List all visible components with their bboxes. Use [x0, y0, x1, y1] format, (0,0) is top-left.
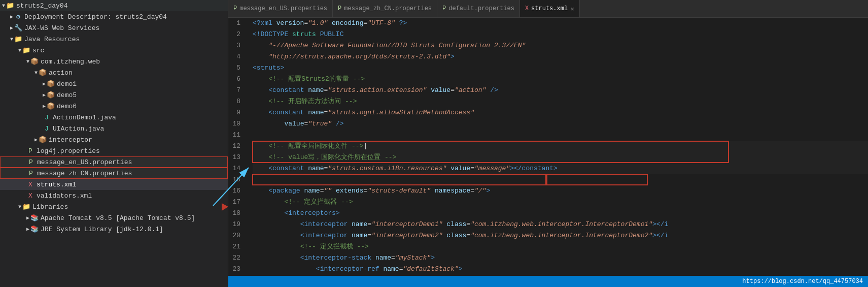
arrow-demo5[interactable]: ▶: [43, 92, 46, 98]
code-line-9: <constant name="struts.ognl.allowStaticM…: [253, 107, 868, 118]
line-number-21: 21: [228, 241, 245, 252]
line-number-15: 15: [228, 174, 245, 185]
line-number-13: 13: [228, 152, 245, 163]
icon-com_itzheng_web: 📦: [30, 57, 39, 66]
arrow-jre[interactable]: ▶: [26, 226, 29, 232]
icon-log4j: P: [26, 147, 34, 155]
code-line-2: <!DOCTYPE struts PUBLIC: [253, 29, 868, 40]
line-number-17: 17: [228, 197, 245, 208]
arrow-action_pkg[interactable]: ▼: [34, 70, 38, 76]
tree-item-java_resources[interactable]: ▼📁Java Resources: [0, 34, 228, 45]
label-jre: JRE System Library [jdk-12.0.1]: [41, 226, 163, 233]
tree-item-jaxws[interactable]: ▶🔧JAX-WS Web Services: [0, 22, 228, 34]
tree-item-action_pkg[interactable]: ▼📦action: [0, 67, 228, 78]
arrow-struts2_day04[interactable]: ▼: [2, 3, 5, 9]
label-validators: validators.xml: [37, 192, 92, 200]
arrow-deployment[interactable]: ▶: [10, 14, 13, 20]
icon-interceptor: 📦: [39, 136, 47, 144]
icon-message_zh: P: [27, 169, 35, 177]
icon-action_pkg: 📦: [39, 69, 47, 77]
label-java_resources: Java Resources: [24, 36, 80, 43]
tree-item-message_en[interactable]: Pmessage_en_US.properties: [0, 156, 228, 168]
tab-icon-tab2: P: [338, 5, 341, 12]
line-number-16: 16: [228, 185, 245, 197]
line-number-22: 22: [228, 252, 245, 264]
code-line-14: <constant name="struts.custom.i18n.resou…: [253, 163, 868, 174]
tree-item-demo6[interactable]: ▶📦demo6: [0, 101, 228, 112]
line-number-12: 12: [228, 141, 245, 152]
code-line-8: <!-- 开启静态方法访问 -->: [253, 96, 868, 107]
label-com_itzheng_web: com.itzheng.web: [41, 58, 100, 66]
arrow-com_itzheng_web[interactable]: ▼: [26, 59, 29, 65]
code-line-19: <interceptor name="interceptorDemo1" cla…: [253, 219, 868, 230]
tab-bar: Pmessage_en_US.propertiesPmessage_zh_CN.…: [228, 0, 868, 18]
tree-item-com_itzheng_web[interactable]: ▼📦com.itzheng.web: [0, 56, 228, 67]
arrow-java_resources[interactable]: ▼: [10, 37, 13, 42]
tree-item-struts_xml[interactable]: Xstruts.xml: [0, 179, 228, 190]
tab-label-tab3: default.properties: [448, 5, 514, 12]
line-numbers: 1234567891011121314151617181920212223: [228, 18, 249, 276]
line-number-14: 14: [228, 163, 245, 174]
tab-tab2[interactable]: Pmessage_zh_CN.properties: [333, 0, 437, 17]
icon-deployment: ⚙: [14, 13, 22, 21]
icon-java_resources: 📁: [14, 35, 22, 43]
icon-message_en: P: [27, 158, 35, 166]
code-line-12: <!-- 配置全局国际化文件 -->|: [253, 141, 868, 152]
tree-item-jre[interactable]: ▶📚JRE System Library [jdk-12.0.1]: [0, 224, 228, 235]
line-number-2: 2: [228, 29, 245, 40]
code-line-7: <constant name="struts.action.extension"…: [253, 85, 868, 96]
label-actiondemo1: ActionDemo1.java: [53, 114, 116, 121]
tree-item-validators[interactable]: Xvalidators.xml: [0, 190, 228, 201]
code-area: 1234567891011121314151617181920212223 <?…: [228, 18, 868, 276]
line-number-9: 9: [228, 107, 245, 118]
tree-item-uiaction[interactable]: JUIAction.java: [0, 123, 228, 134]
label-struts2_day04: struts2_day04: [16, 2, 67, 10]
arrow-src[interactable]: ▼: [18, 48, 21, 53]
tree-item-deployment[interactable]: ▶⚙Deployment Descriptor: struts2_day04: [0, 11, 228, 22]
code-line-16: <package name="" extends="struts-default…: [253, 185, 868, 197]
line-number-11: 11: [228, 130, 245, 141]
icon-tomcat: 📚: [30, 214, 39, 222]
code-line-4: "http://struts.apache.org/dtds/struts-2.…: [253, 51, 868, 62]
tree-item-actiondemo1[interactable]: JActionDemo1.java: [0, 112, 228, 123]
arrow-demo1[interactable]: ▶: [43, 81, 46, 87]
label-tomcat: Apache Tomcat v8.5 [Apache Tomcat v8.5]: [41, 214, 195, 222]
tree-item-demo1[interactable]: ▶📦demo1: [0, 78, 228, 89]
label-action_pkg: action: [49, 69, 73, 77]
line-number-20: 20: [228, 230, 245, 241]
label-demo6: demo6: [57, 103, 77, 110]
arrow-demo6[interactable]: ▶: [43, 103, 46, 109]
tree-item-message_zh[interactable]: Pmessage_zh_CN.properties: [0, 168, 228, 179]
tree-item-struts2_day04[interactable]: ▼📁struts2_day04: [0, 0, 228, 11]
line-number-19: 19: [228, 219, 245, 230]
arrow-interceptor[interactable]: ▶: [34, 137, 38, 143]
arrow-tomcat[interactable]: ▶: [26, 215, 29, 221]
code-line-13: <!-- value写，国际化文件所在位置 -->: [253, 152, 868, 163]
code-line-21: <!-- 定义拦截栈 -->: [253, 241, 868, 252]
icon-struts2_day04: 📁: [6, 2, 14, 10]
line-number-8: 8: [228, 96, 245, 107]
tree-item-log4j[interactable]: Plog4j.properties: [0, 145, 228, 156]
icon-jaxws: 🔧: [14, 24, 22, 32]
tab-icon-tab1: P: [233, 5, 237, 12]
line-number-10: 10: [228, 118, 245, 130]
code-line-15: [253, 174, 868, 185]
arrow-jaxws[interactable]: ▶: [10, 25, 13, 31]
status-url: https://blog.csdn.net/qq_44757034: [742, 278, 863, 285]
code-line-17: <!-- 定义拦截器 -->: [253, 197, 868, 208]
code-line-10: value="true" />: [253, 118, 868, 130]
line-number-4: 4: [228, 51, 245, 62]
tree-item-src[interactable]: ▼📁src: [0, 45, 228, 56]
tree-item-demo5[interactable]: ▶📦demo5: [0, 89, 228, 101]
tab-tab3[interactable]: Pdefault.properties: [437, 0, 520, 17]
tree-item-libraries[interactable]: ▼📁Libraries: [0, 201, 228, 212]
tree-item-tomcat[interactable]: ▶📚Apache Tomcat v8.5 [Apache Tomcat v8.5…: [0, 212, 228, 224]
arrow-libraries[interactable]: ▼: [18, 204, 21, 210]
tab-close-tab4[interactable]: ✕: [571, 6, 574, 12]
code-line-11: [253, 130, 868, 141]
label-message_en: message_en_US.properties: [37, 158, 132, 166]
tree-item-interceptor[interactable]: ▶📦interceptor: [0, 134, 228, 145]
tab-tab4[interactable]: Xstruts.xml✕: [520, 0, 580, 17]
tab-tab1[interactable]: Pmessage_en_US.properties: [228, 0, 333, 17]
label-libraries: Libraries: [32, 203, 68, 211]
